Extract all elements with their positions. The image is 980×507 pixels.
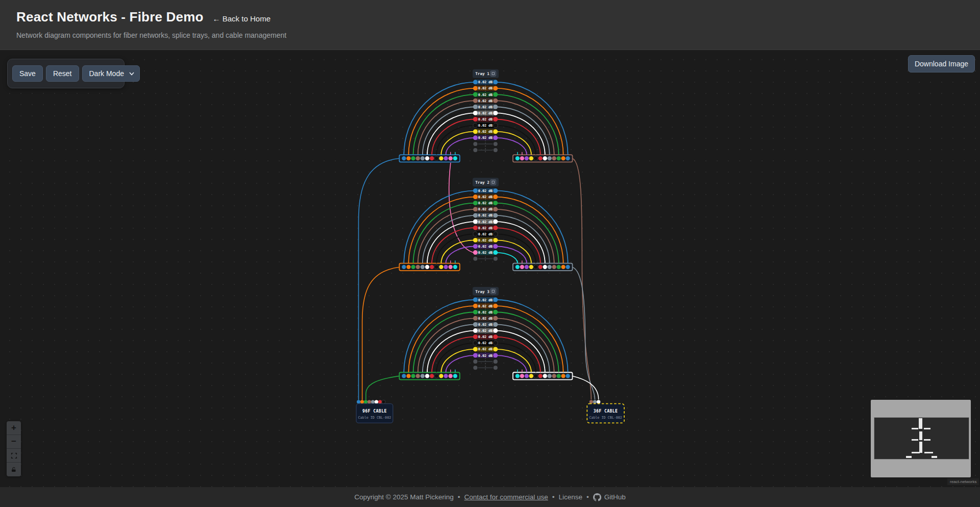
fiber-dot-blue[interactable] bbox=[402, 374, 406, 378]
splice-dot-right-violet[interactable] bbox=[493, 135, 498, 140]
splice-dot-left-yellow[interactable] bbox=[473, 347, 478, 351]
splice-dot-left-orange[interactable] bbox=[473, 86, 478, 90]
splice-dot-left-brown[interactable] bbox=[473, 207, 478, 211]
splice-dot-left-yellow[interactable] bbox=[473, 238, 478, 243]
splice-dot-right-white[interactable] bbox=[493, 220, 498, 224]
fiber-dot-yellow[interactable] bbox=[439, 374, 443, 378]
github-link[interactable]: GitHub bbox=[604, 493, 626, 501]
connector-strip[interactable] bbox=[513, 260, 573, 271]
fiber-dot-red[interactable] bbox=[538, 374, 543, 378]
fiber-dot-violet[interactable] bbox=[525, 156, 529, 160]
flow-canvas[interactable]: 0.02 dB0.02 dB0.02 dB0.02 dB0.02 dB0.02 … bbox=[0, 50, 980, 487]
splice-dot-left-black[interactable] bbox=[473, 123, 478, 128]
cable-fiber-dot-black[interactable] bbox=[382, 400, 385, 404]
empty-splice-dot[interactable] bbox=[473, 366, 477, 370]
cable-fiber-dot-blue[interactable] bbox=[357, 400, 360, 404]
fiber-dot-rose[interactable] bbox=[449, 156, 453, 160]
fit-view-button[interactable] bbox=[7, 449, 21, 463]
fiber-dot-blue[interactable] bbox=[402, 265, 406, 269]
back-to-home-link[interactable]: ← Back to Home bbox=[213, 14, 271, 23]
fiber-dot-violet[interactable] bbox=[444, 374, 448, 378]
fiber-dot-violet[interactable] bbox=[444, 156, 448, 160]
splice-dot-right-red[interactable] bbox=[493, 334, 498, 339]
connector-strip[interactable] bbox=[399, 370, 459, 380]
fiber-dot-white[interactable] bbox=[425, 265, 429, 269]
fiber-dot-rose[interactable] bbox=[520, 156, 524, 160]
tray-node-1[interactable]: 0.02 dB0.02 dB0.02 dB0.02 dB0.02 dB0.02 … bbox=[399, 69, 572, 162]
fiber-dot-slate[interactable] bbox=[421, 156, 425, 160]
empty-splice-dot[interactable] bbox=[494, 366, 498, 370]
splice-dot-left-blue[interactable] bbox=[473, 188, 478, 193]
fiber-dot-orange[interactable] bbox=[561, 265, 565, 269]
empty-splice-dot[interactable] bbox=[494, 142, 498, 146]
splice-dot-right-blue[interactable] bbox=[493, 80, 498, 84]
zoom-out-button[interactable]: − bbox=[7, 435, 21, 449]
splice-dot-left-white[interactable] bbox=[473, 220, 478, 224]
fiber-dot-black[interactable] bbox=[434, 374, 438, 378]
fiber-dot-brown[interactable] bbox=[552, 156, 556, 160]
fiber-dot-red[interactable] bbox=[538, 265, 543, 269]
splice-dot-left-slate[interactable] bbox=[473, 105, 478, 109]
tray-label[interactable]: Tray 1 bbox=[473, 69, 499, 78]
tray-label[interactable]: Tray 2 bbox=[473, 178, 499, 186]
splice-dot-left-orange[interactable] bbox=[473, 195, 478, 199]
lock-button[interactable] bbox=[7, 463, 21, 476]
splice-dot-left-yellow[interactable] bbox=[473, 129, 478, 134]
splice-dot-right-green[interactable] bbox=[493, 310, 498, 315]
cable-fiber-dot-red[interactable] bbox=[378, 400, 382, 404]
fiber-dot-green[interactable] bbox=[556, 374, 560, 378]
cable-fiber-dot-slate[interactable] bbox=[593, 400, 597, 404]
tray-label[interactable]: Tray 3 bbox=[473, 287, 499, 296]
splice-dot-right-black[interactable] bbox=[493, 232, 498, 236]
fiber-dot-black[interactable] bbox=[534, 374, 538, 378]
fiber-dot-white[interactable] bbox=[543, 156, 547, 160]
empty-splice-dot[interactable] bbox=[473, 142, 477, 146]
splice-dot-right-violet[interactable] bbox=[493, 353, 498, 358]
tray-edit-button[interactable] bbox=[491, 288, 496, 294]
splice-dot-left-black[interactable] bbox=[473, 232, 478, 236]
splice-dot-right-violet[interactable] bbox=[493, 244, 498, 249]
fiber-dot-orange[interactable] bbox=[406, 374, 410, 378]
splice-dot-right-blue[interactable] bbox=[493, 188, 498, 193]
fiber-dot-rose[interactable] bbox=[520, 374, 524, 378]
fiber-dot-slate[interactable] bbox=[421, 374, 425, 378]
fiber-dot-yellow[interactable] bbox=[529, 156, 533, 160]
splice-dot-right-orange[interactable] bbox=[493, 86, 498, 90]
fiber-dot-aqua[interactable] bbox=[453, 265, 457, 269]
splice-dot-left-white[interactable] bbox=[473, 111, 478, 115]
fiber-dot-aqua[interactable] bbox=[516, 156, 520, 160]
splice-dot-right-slate[interactable] bbox=[493, 322, 498, 327]
fiber-dot-green[interactable] bbox=[411, 265, 415, 269]
tray-edit-button[interactable] bbox=[491, 179, 496, 185]
fiber-dot-brown[interactable] bbox=[552, 265, 556, 269]
cable-fiber-dot-orange[interactable] bbox=[360, 400, 364, 404]
fiber-dot-white[interactable] bbox=[543, 265, 547, 269]
contact-link[interactable]: Contact for commercial use bbox=[464, 493, 548, 501]
splice-dot-left-violet[interactable] bbox=[473, 244, 478, 249]
splice-dot-right-red[interactable] bbox=[493, 226, 498, 230]
fiber-dot-rose[interactable] bbox=[520, 265, 524, 269]
splice-dot-left-blue[interactable] bbox=[473, 298, 478, 302]
tray-node-2[interactable]: 0.02 dB0.02 dB0.02 dB0.02 dB0.02 dB0.02 … bbox=[399, 178, 572, 271]
fiber-dot-green[interactable] bbox=[411, 156, 415, 160]
fiber-dot-red[interactable] bbox=[430, 265, 434, 269]
tray-edit-button[interactable] bbox=[491, 71, 496, 77]
fiber-dot-slate[interactable] bbox=[548, 374, 552, 378]
splice-dot-left-violet[interactable] bbox=[473, 353, 478, 358]
fiber-dot-violet[interactable] bbox=[444, 265, 448, 269]
splice-dot-right-brown[interactable] bbox=[493, 207, 498, 211]
fiber-dot-slate[interactable] bbox=[548, 156, 552, 160]
cable-fiber-dot-brown[interactable] bbox=[590, 400, 593, 404]
cable-fiber-dot-slate[interactable] bbox=[371, 400, 375, 404]
zoom-in-button[interactable]: + bbox=[7, 421, 21, 435]
splice-dot-right-aqua[interactable] bbox=[493, 250, 498, 255]
fiber-dot-black[interactable] bbox=[534, 265, 538, 269]
cable-node-96f[interactable]: 96F CABLECable ID CBL-002 bbox=[356, 400, 393, 423]
empty-splice-dot[interactable] bbox=[473, 359, 477, 364]
splice-dot-right-black[interactable] bbox=[493, 123, 498, 128]
cable-fiber-dot-green[interactable] bbox=[364, 400, 368, 404]
fiber-dot-brown[interactable] bbox=[552, 374, 556, 378]
fiber-dot-blue[interactable] bbox=[566, 265, 570, 269]
download-image-button[interactable]: Download Image bbox=[908, 55, 975, 73]
fiber-dot-white[interactable] bbox=[425, 156, 429, 160]
